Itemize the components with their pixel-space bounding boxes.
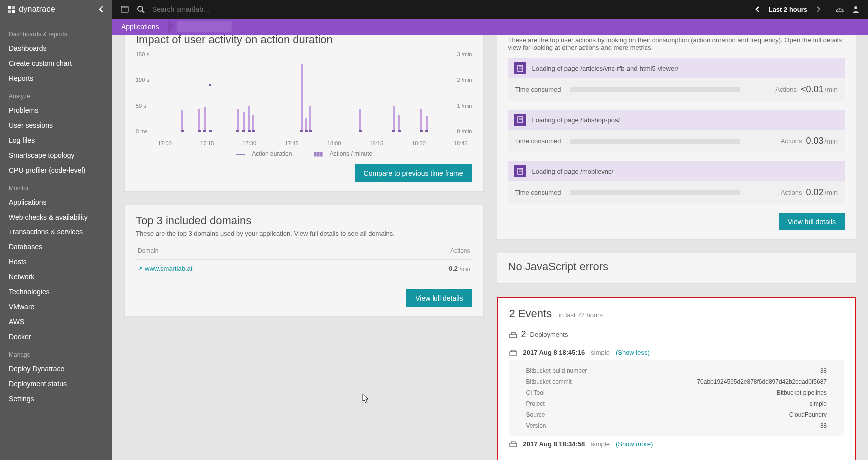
breadcrumb-current[interactable] <box>177 21 232 32</box>
svg-rect-1 <box>12 6 15 9</box>
chart-duration-marker <box>425 130 428 132</box>
chart-duration-marker <box>305 130 308 132</box>
action-item-title: Loading of page /tabshop-pos/ <box>532 116 620 124</box>
legend-action-duration: Action duration <box>252 150 292 157</box>
chart-bar <box>305 118 307 131</box>
svg-rect-21 <box>510 443 517 447</box>
domain-actions-value: 0.2 /min <box>449 265 470 272</box>
actions-label: Actions <box>781 137 802 145</box>
chart-duration-marker <box>420 130 423 132</box>
collapse-sidebar-icon[interactable] <box>97 5 105 13</box>
event-detail-key: Project <box>526 400 545 407</box>
domains-sub: These are the top 3 domains used by your… <box>136 230 472 237</box>
nav-item[interactable]: Databases <box>0 239 112 254</box>
timeframe-next-icon[interactable] <box>814 5 823 14</box>
nav-item[interactable]: Docker <box>0 329 112 344</box>
x-tick: 18:30 <box>412 140 426 146</box>
event-row: 2017 Aug 8 18:45:16simple(Show less) <box>509 345 844 360</box>
deploy-count: 2 <box>521 329 526 340</box>
time-consumed-bar <box>570 139 740 144</box>
nav-item[interactable]: Dashboards <box>0 41 112 56</box>
timeframe-label[interactable]: Last 2 hours <box>769 6 807 13</box>
chart-bar <box>243 112 245 131</box>
nav-item[interactable]: Applications <box>0 195 112 210</box>
action-item[interactable]: Loading of page /tabshop-pos/Time consum… <box>508 110 845 152</box>
y-left-tick: 150 s <box>136 51 149 57</box>
actions-value: 0.02 <box>806 187 824 198</box>
svg-rect-20 <box>510 352 517 355</box>
external-link-icon: ↗ <box>138 265 143 272</box>
breadcrumb-root[interactable]: Applications <box>112 19 168 35</box>
event-toggle-link[interactable]: (Show less) <box>616 349 650 356</box>
domain-link[interactable]: www.smartlab.at <box>145 265 192 272</box>
event-details: Bitbucket build number38Bitbucket commit… <box>509 360 844 436</box>
nav-item[interactable]: Log files <box>0 133 112 148</box>
x-tick: 17:15 <box>200 140 214 146</box>
nav-item[interactable]: Network <box>0 269 112 284</box>
svg-rect-19 <box>510 334 517 338</box>
nav-item[interactable]: AWS <box>0 314 112 329</box>
svg-point-6 <box>138 6 143 11</box>
domain-row: ↗www.smartlab.at0.2 /min <box>136 260 472 277</box>
event-detail-key: Source <box>526 411 545 418</box>
deployments-header: 2 Deployments <box>509 329 844 340</box>
nav-item[interactable]: Deploy Dynatrace <box>0 361 112 376</box>
js-errors-title: No JavaScript errors <box>508 260 845 273</box>
user-icon[interactable] <box>851 5 860 14</box>
action-item[interactable]: Loading of page /articles/vnc-rfb-and-ht… <box>508 58 845 101</box>
events-card: 2 Events in last 72 hours 2 Deployments … <box>497 297 857 460</box>
brand-text: dynatrace <box>19 5 55 14</box>
search-input[interactable] <box>152 5 302 13</box>
app-switcher-icon[interactable] <box>120 5 129 14</box>
impact-chart: 0 ms50 s100 s150 s0 /min1 /min2 /min3 /m… <box>136 51 472 146</box>
chart-duration-marker <box>209 130 212 132</box>
chart-duration-marker <box>236 130 239 132</box>
help-icon[interactable] <box>835 5 844 14</box>
nav-item[interactable]: Hosts <box>0 254 112 269</box>
topbar: Last 2 hours <box>112 0 868 19</box>
nav-item[interactable]: User sessions <box>0 118 112 133</box>
chart-duration-marker <box>198 130 201 132</box>
legend-actions-per-minute: Actions / minute <box>330 150 372 157</box>
svg-rect-4 <box>121 6 128 12</box>
y-left-tick: 0 ms <box>136 128 148 134</box>
event-row: 2017 Aug 8 18:34:58simple(Show more) <box>509 436 844 452</box>
chart-bar <box>309 106 311 131</box>
search-icon[interactable] <box>136 5 145 14</box>
nav-item[interactable]: Transactions & services <box>0 225 112 239</box>
event-detail-value: CloudFoundry <box>789 411 827 418</box>
nav-item[interactable]: VMware <box>0 299 112 314</box>
breadcrumb-arrow-icon <box>168 19 174 35</box>
nav-item[interactable]: CPU profiler (code-level) <box>0 163 112 178</box>
chart-duration-marker <box>398 130 401 132</box>
nav-header: Monitor <box>0 178 112 195</box>
actions-label: Actions <box>781 189 802 196</box>
domains-view-details-button[interactable]: View full details <box>406 289 472 307</box>
nav-item[interactable]: Deployment status <box>0 376 112 391</box>
chart-bar <box>248 106 250 131</box>
action-item[interactable]: Loading of page /mobilevnc/Time consumed… <box>508 161 845 204</box>
time-consumed-bar <box>570 190 740 195</box>
timeframe-prev-icon[interactable] <box>753 5 762 14</box>
nav-item[interactable]: Smartscape topology <box>0 148 112 163</box>
chart-bar <box>420 109 422 131</box>
nav-item[interactable]: Problems <box>0 103 112 118</box>
event-timestamp: 2017 Aug 8 18:45:16 <box>523 349 585 356</box>
domains-title: Top 3 included domains <box>136 214 472 227</box>
actions-view-details-button[interactable]: View full details <box>779 213 845 230</box>
event-toggle-link[interactable]: (Show more) <box>616 440 653 448</box>
logo-row: dynatrace <box>0 0 112 19</box>
actions-value: 0.03 <box>806 136 824 146</box>
svg-rect-0 <box>8 6 11 9</box>
actions-unit: /min <box>825 137 838 145</box>
action-item-title: Loading of page /mobilevnc/ <box>532 168 614 175</box>
nav-item[interactable]: Technologies <box>0 284 112 299</box>
nav-item[interactable]: Web checks & availability <box>0 210 112 225</box>
time-consumed-label: Time consumed <box>515 137 570 145</box>
chart-bar <box>359 109 361 131</box>
nav-item[interactable]: Reports <box>0 71 112 86</box>
content: Applications Impact of user activity on … <box>112 19 868 460</box>
compare-timeframe-button[interactable]: Compare to previous time frame <box>355 164 472 182</box>
nav-item[interactable]: Create custom chart <box>0 56 112 71</box>
nav-item[interactable]: Settings <box>0 391 112 406</box>
